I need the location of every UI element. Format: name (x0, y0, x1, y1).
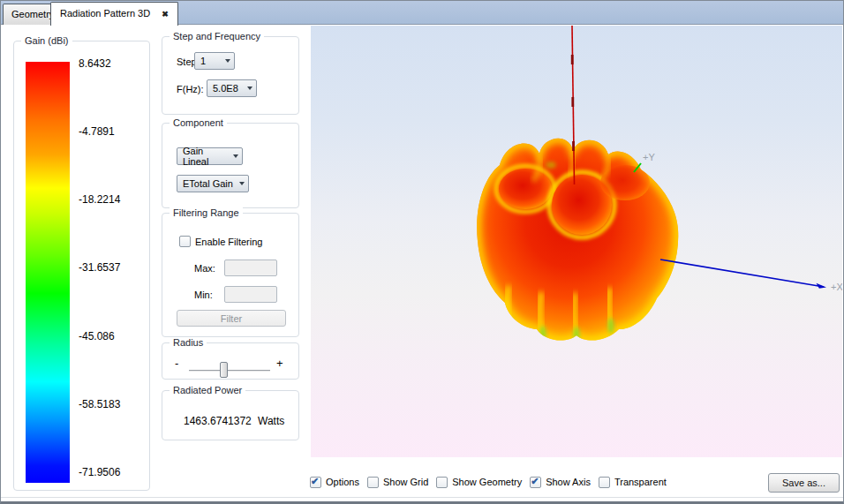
tab-bar: Geometry Radiation Pattern 3D✖ (1, 1, 843, 25)
gain-scale-title: Gain (dBi) (21, 35, 72, 46)
chevron-down-icon (233, 154, 238, 158)
step-dropdown[interactable]: 1 (194, 52, 235, 70)
checkbox-show-axis-label: Show Axis (546, 477, 591, 487)
min-input[interactable] (224, 286, 277, 303)
component-group: Component Gain Lineal ETotal Gain (162, 123, 299, 208)
checkbox-transparent-label: Transparent (614, 477, 667, 487)
checkbox-show-axis[interactable]: ✔ Show Axis (530, 477, 591, 488)
save-as-button[interactable]: Save as... (768, 473, 840, 493)
filtering-range-title: Filtering Range (170, 207, 243, 218)
tab-radiation-pattern-3d[interactable]: Radiation Pattern 3D✖ (50, 2, 178, 26)
filter-button[interactable]: Filter (177, 310, 286, 327)
chevron-down-icon (225, 59, 230, 63)
radiated-power-group: Radiated Power 1463.6741372 Watts (162, 390, 299, 440)
max-label: Max: (194, 263, 215, 274)
checkbox-box: ✔ (436, 477, 448, 488)
x-axis: +X (660, 260, 842, 292)
checkbox-box: ✔ (599, 477, 610, 488)
filter-button-label: Filter (221, 313, 242, 324)
checkbox-box: ✔ (179, 236, 191, 247)
gain-tick-label: -71.9506 (79, 466, 120, 478)
save-as-button-label: Save as... (782, 478, 825, 488)
radius-slider-thumb[interactable] (220, 362, 228, 378)
viewport-options-bar: ✔ Options ✔ Show Grid ✔ Show Geometry ✔ … (310, 475, 667, 489)
gain-scale-group: Gain (dBi) 8.6432 -4.7891 -18.2214 -31.6… (13, 41, 150, 491)
checkbox-box: ✔ (530, 477, 541, 488)
x-axis-label: +X (831, 282, 842, 292)
radius-plus-label: + (276, 357, 283, 370)
checkmark-icon: ✔ (311, 476, 319, 487)
component-type-dropdown[interactable]: Gain Lineal (177, 147, 243, 165)
component-field-dropdown[interactable]: ETotal Gain (177, 175, 249, 192)
radiated-power-value: 1463.6741372 (184, 415, 252, 427)
y-axis-label: +Y (643, 152, 655, 162)
gain-tick-label: -58.5183 (79, 398, 120, 410)
checkbox-transparent[interactable]: ✔ Transparent (599, 477, 667, 488)
3d-viewport[interactable]: +Y +X (311, 26, 842, 457)
radiation-pattern-blob (477, 139, 678, 342)
component-field-value: ETotal Gain (183, 178, 233, 189)
gain-tick-label: -31.6537 (79, 261, 120, 274)
enable-filtering-checkbox[interactable]: ✔ Enable Filtering (179, 236, 262, 247)
checkbox-box: ✔ (367, 477, 379, 488)
app-window: Geometry Radiation Pattern 3D✖ Gain (dBi… (0, 0, 844, 504)
bottom-divider (1, 497, 843, 498)
chevron-down-icon (247, 87, 252, 90)
chevron-down-icon (239, 182, 245, 185)
radius-title: Radius (170, 337, 207, 348)
checkbox-show-geometry-label: Show Geometry (452, 477, 522, 487)
radius-slider-track[interactable] (189, 370, 270, 372)
close-tab-icon[interactable]: ✖ (162, 10, 169, 19)
radiated-power-unit: Watts (258, 415, 284, 427)
radius-minus-label: - (175, 357, 178, 370)
checkbox-show-grid[interactable]: ✔ Show Grid (367, 477, 428, 488)
frequency-label: F(Hz): (177, 84, 204, 94)
y-axis: +Y (634, 152, 655, 172)
gain-tick-label: -4.7891 (79, 125, 120, 138)
checkbox-options[interactable]: ✔ Options (310, 477, 359, 488)
gain-tick-label: -45.086 (79, 330, 120, 342)
radiation-pattern-plot: +Y +X (311, 26, 842, 457)
frequency-dropdown[interactable]: 5.0E8 (207, 79, 257, 97)
filtering-range-group: Filtering Range ✔ Enable Filtering Max: … (162, 213, 299, 337)
radiated-power-title: Radiated Power (170, 385, 245, 395)
checkbox-show-grid-label: Show Grid (383, 477, 428, 487)
checkbox-show-geometry[interactable]: ✔ Show Geometry (436, 477, 522, 488)
enable-filtering-label: Enable Filtering (195, 237, 262, 247)
step-dropdown-value: 1 (200, 56, 206, 66)
component-title: Component (170, 117, 227, 128)
gain-tick-label: 8.6432 (79, 57, 120, 70)
checkbox-box: ✔ (310, 477, 321, 488)
checkbox-options-label: Options (326, 477, 359, 487)
checkmark-icon: ✔ (531, 476, 539, 487)
step-frequency-title: Step and Frequency (170, 31, 264, 41)
gain-colorbar (26, 62, 70, 483)
tab-geometry-label: Geometry (11, 9, 54, 19)
gain-scale-labels: 8.6432 -4.7891 -18.2214 -31.6537 -45.086… (79, 57, 120, 478)
tab-radiation-label: Radiation Pattern 3D (60, 8, 150, 19)
min-label: Min: (194, 290, 213, 300)
step-frequency-group: Step and Frequency Step: 1 F(Hz): 5.0E8 (162, 36, 299, 115)
max-input[interactable] (224, 260, 277, 276)
frequency-dropdown-value: 5.0E8 (213, 83, 238, 94)
radius-group: Radius - + (162, 342, 299, 380)
component-type-value: Gain Lineal (183, 146, 228, 167)
gain-tick-label: -18.2214 (79, 193, 120, 206)
